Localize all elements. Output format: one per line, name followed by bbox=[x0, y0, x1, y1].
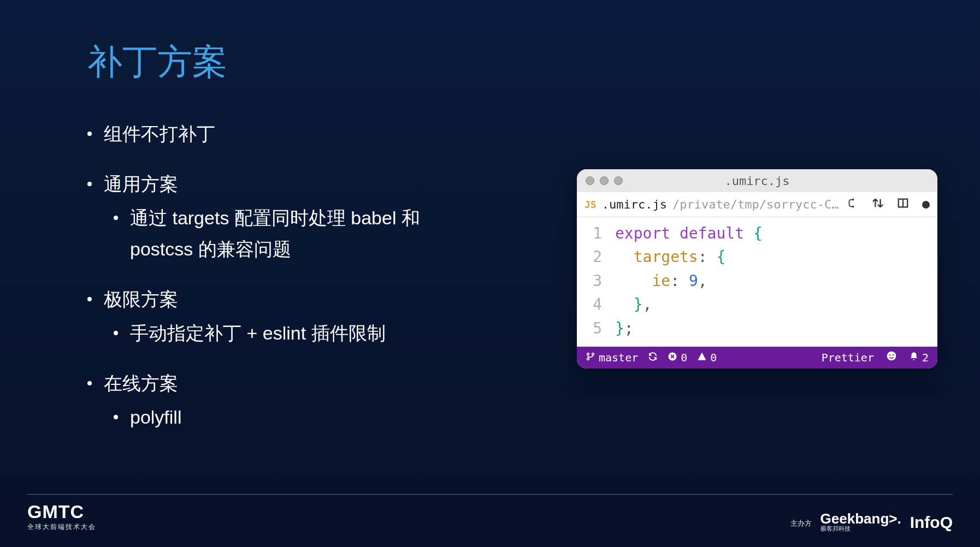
code-area[interactable]: 1 export default { 2 targets: { 3 ie: 9,… bbox=[577, 217, 937, 347]
git-compare-icon[interactable] bbox=[847, 197, 859, 212]
errors-number: 0 bbox=[681, 351, 687, 364]
bullet-icon bbox=[114, 415, 118, 419]
tab-path: /private/tmp/sorrycc-CB... bbox=[672, 198, 841, 211]
bullet-text: 通过 targets 配置同时处理 babel 和 postcss 的兼容问题 bbox=[130, 203, 436, 266]
geekbang-text: Geekbang>. bbox=[820, 512, 901, 526]
bullet-text: 组件不打补丁 bbox=[104, 118, 215, 150]
code-content: targets: { bbox=[615, 245, 937, 269]
bullet-text: 在线方案 bbox=[104, 368, 178, 400]
list-item: polyfill bbox=[87, 402, 893, 433]
slide-footer: GMTC 全球大前端技术大会 主办方 Geekbang>. 极客邦科技 Info… bbox=[27, 494, 953, 532]
pull-request-icon[interactable] bbox=[872, 197, 884, 212]
bullet-text: 手动指定补丁 + eslint 插件限制 bbox=[130, 318, 386, 349]
line-number: 1 bbox=[577, 222, 615, 245]
infoq-logo: InfoQ bbox=[910, 513, 953, 532]
tab-actions bbox=[847, 197, 930, 212]
notifications-count: 2 bbox=[922, 351, 929, 364]
bullet-icon bbox=[87, 182, 92, 186]
svg-point-6 bbox=[887, 352, 896, 361]
sponsor-label: 主办方 bbox=[790, 519, 812, 528]
code-line: 4 }, bbox=[577, 293, 937, 316]
geekbang-sub: 极客邦科技 bbox=[820, 526, 851, 532]
gmtc-text: GMTC bbox=[27, 501, 96, 522]
window-filename: .umirc.js bbox=[577, 174, 937, 188]
list-item: 组件不打补丁 bbox=[87, 118, 893, 150]
code-content: }, bbox=[615, 293, 937, 316]
line-number: 5 bbox=[577, 317, 615, 340]
line-number: 2 bbox=[577, 245, 615, 269]
slide: 补丁方案 组件不打补丁 通用方案 通过 targets 配置同时处理 babel… bbox=[0, 0, 980, 547]
git-branch[interactable]: master bbox=[586, 351, 638, 364]
code-editor-window: .umirc.js JS .umirc.js /private/tmp/sorr… bbox=[577, 169, 937, 368]
warnings-number: 0 bbox=[710, 351, 717, 364]
window-titlebar: .umirc.js bbox=[577, 169, 937, 192]
line-number: 4 bbox=[577, 293, 615, 316]
svg-point-2 bbox=[587, 353, 589, 355]
code-line: 3 ie: 9, bbox=[577, 269, 937, 293]
svg-point-7 bbox=[889, 355, 891, 356]
smiley-icon[interactable] bbox=[886, 350, 897, 364]
code-content: }; bbox=[615, 317, 937, 340]
svg-point-3 bbox=[587, 358, 589, 360]
errors-count[interactable]: 0 bbox=[668, 351, 687, 364]
warning-icon bbox=[697, 351, 707, 364]
branch-name: master bbox=[599, 351, 638, 364]
bell-icon bbox=[909, 351, 919, 364]
sync-icon bbox=[648, 351, 658, 364]
bullet-icon bbox=[114, 216, 118, 220]
bullet-icon bbox=[87, 132, 92, 136]
js-file-icon: JS bbox=[585, 199, 597, 210]
editor-tabbar: JS .umirc.js /private/tmp/sorrycc-CB... bbox=[577, 192, 937, 217]
gmtc-logo: GMTC 全球大前端技术大会 bbox=[27, 501, 96, 532]
code-line: 1 export default { bbox=[577, 222, 937, 245]
geekbang-logo: Geekbang>. 极客邦科技 bbox=[820, 512, 901, 532]
modified-indicator-icon bbox=[922, 201, 930, 209]
code-content: ie: 9, bbox=[615, 269, 937, 293]
branch-icon bbox=[586, 351, 595, 364]
svg-point-8 bbox=[893, 355, 894, 356]
sync-button[interactable] bbox=[648, 351, 658, 364]
list-item: 在线方案 polyfill bbox=[87, 368, 893, 433]
formatter-label[interactable]: Prettier bbox=[822, 351, 874, 364]
split-editor-icon[interactable] bbox=[897, 197, 909, 212]
bullet-icon bbox=[87, 297, 92, 301]
status-bar: master 0 bbox=[577, 347, 937, 368]
bullet-icon bbox=[87, 381, 92, 385]
tab-filename[interactable]: .umirc.js bbox=[602, 198, 667, 211]
code-line: 5 }; bbox=[577, 317, 937, 340]
gmtc-subtitle: 全球大前端技术大会 bbox=[27, 522, 96, 532]
code-line: 2 targets: { bbox=[577, 245, 937, 269]
line-number: 3 bbox=[577, 269, 615, 293]
bullet-icon bbox=[114, 331, 118, 335]
warnings-count[interactable]: 0 bbox=[697, 351, 717, 364]
bullet-text: polyfill bbox=[130, 402, 181, 433]
bullet-text: 通用方案 bbox=[104, 169, 178, 200]
code-content: export default { bbox=[615, 222, 937, 245]
error-icon bbox=[668, 351, 677, 364]
bullet-text: 极限方案 bbox=[104, 284, 178, 316]
sponsor-block: 主办方 Geekbang>. 极客邦科技 InfoQ bbox=[790, 512, 953, 532]
notifications[interactable]: 2 bbox=[909, 351, 929, 364]
slide-title: 补丁方案 bbox=[87, 38, 893, 86]
svg-point-4 bbox=[592, 353, 594, 355]
